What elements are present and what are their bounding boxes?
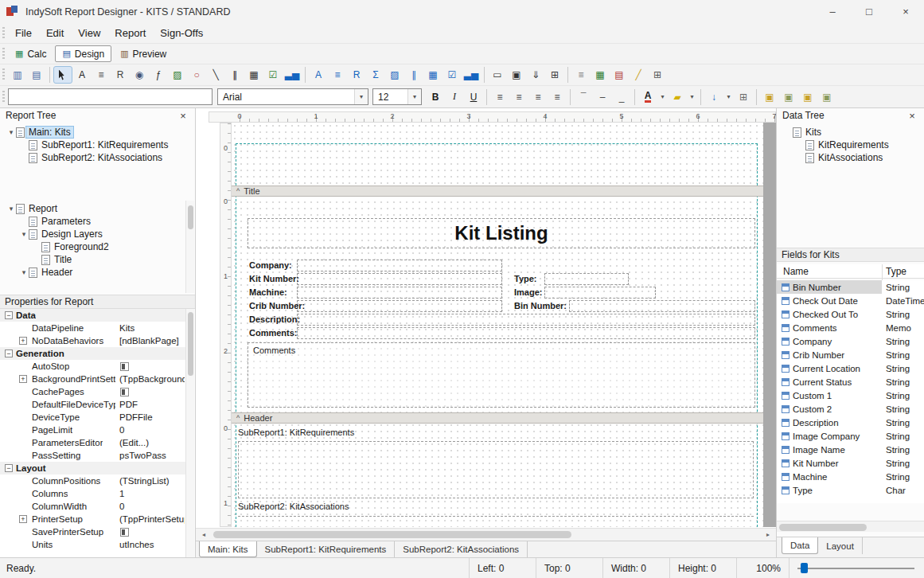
table-icon[interactable]: ▦	[591, 66, 610, 84]
highlight-color-dropdown[interactable]: ▾	[687, 88, 697, 106]
region-tool-icon[interactable]: ▭	[488, 66, 507, 84]
expand-icon[interactable]: +	[19, 337, 27, 345]
property-row[interactable]: − Layout	[0, 462, 186, 475]
line-tool-icon[interactable]: ╲	[206, 66, 225, 84]
subreport2-label[interactable]: SubReport2: KitAssociations	[238, 502, 349, 511]
dbimage-tool-icon[interactable]: ▨	[385, 66, 404, 84]
checkbox[interactable]	[120, 388, 129, 396]
italic-button[interactable]: I	[445, 88, 464, 106]
field-label[interactable]: Bin Number:	[514, 301, 567, 310]
design-mode-button[interactable]: ▤ Design	[55, 45, 111, 62]
header-band-strip[interactable]: ^ Header	[232, 412, 763, 424]
band-collapse-icon[interactable]: ^	[236, 414, 240, 422]
tree-item[interactable]: ▾ Header	[2, 266, 186, 279]
Custom 1[interactable]: Custom 1 String	[777, 389, 924, 402]
property-row[interactable]: + BackgroundPrintSetting (TppBackgroundP	[0, 373, 186, 385]
property-row[interactable]: DefaultFileDeviceType PDF	[0, 398, 186, 411]
font-family-select[interactable]: Arial ▾	[217, 88, 368, 105]
report-tab[interactable]: Main: Kits	[199, 541, 257, 557]
menu-item[interactable]: Report	[107, 25, 153, 41]
title-band-strip[interactable]: ^ Title	[232, 186, 763, 197]
expand-icon[interactable]: +	[19, 515, 27, 523]
layers-icon[interactable]: ≡	[571, 66, 591, 84]
property-row[interactable]: CachePages	[0, 385, 186, 398]
dbchart-tool-icon[interactable]: ▃▅	[462, 66, 481, 84]
property-value[interactable]: psTwoPass	[119, 451, 185, 460]
property-value[interactable]: Kits	[119, 323, 185, 333]
menu-item[interactable]: Sign-Offs	[153, 25, 210, 41]
tree-item[interactable]: KitRequirements	[778, 139, 918, 151]
data-placeholder-box[interactable]	[297, 273, 502, 285]
border-grid-icon[interactable]: ⊞	[734, 88, 753, 106]
property-row[interactable]: ColumnPositions (TStringList)	[0, 475, 186, 487]
data-placeholder-box[interactable]	[569, 300, 755, 312]
field-label[interactable]: Description:	[249, 314, 300, 324]
Kit Number[interactable]: Kit Number String	[777, 456, 924, 470]
chevron-icon[interactable]: ▾	[6, 128, 16, 136]
property-row[interactable]: ParametersEditor (Edit...)	[0, 436, 186, 449]
field-label[interactable]: Company:	[249, 260, 292, 270]
scrollbar-thumb[interactable]	[188, 312, 193, 376]
property-value[interactable]: PDFFile	[119, 412, 185, 422]
dbcalc-tool-icon[interactable]: Σ	[366, 66, 385, 84]
report-title-label[interactable]: Kit Listing	[248, 218, 755, 248]
expand-icon[interactable]: −	[5, 311, 13, 319]
highlight-color-button[interactable]: ▰	[668, 88, 687, 106]
expand-icon[interactable]: +	[19, 375, 27, 383]
report-page[interactable]: ^ Title Kit Listing Company: Kit Number:	[232, 123, 763, 527]
property-row[interactable]: AutoStop	[0, 360, 186, 373]
chart-tool-icon[interactable]: ▃▅	[283, 66, 302, 84]
memo-tool-icon[interactable]: ≡	[92, 66, 111, 84]
Description[interactable]: Description String	[777, 416, 924, 429]
horizontal-scrollbar[interactable]	[777, 521, 924, 532]
scroll-left-icon[interactable]: ◂	[197, 529, 210, 541]
Company[interactable]: Company String	[777, 334, 924, 348]
data-placeholder-box[interactable]	[297, 300, 502, 312]
property-row[interactable]: SavePrinterSetup	[0, 525, 186, 538]
property-row[interactable]: DeviceType PDFFile	[0, 411, 186, 424]
property-row[interactable]: ColumnWidth 0	[0, 500, 186, 513]
comments-memo-box[interactable]: Comments	[248, 342, 755, 408]
Machine[interactable]: Machine String	[777, 470, 924, 483]
db2dbarcode-tool-icon[interactable]: ▦	[423, 66, 443, 84]
checkbox-tool-icon[interactable]: ☑	[263, 66, 283, 84]
property-row[interactable]: + NoDataBehaviors [ndBlankPage]	[0, 334, 186, 347]
data-placeholder-box[interactable]	[297, 287, 502, 299]
expand-icon[interactable]: −	[5, 464, 13, 472]
underline-button[interactable]: U	[464, 88, 483, 106]
preview-mode-button[interactable]: ▥ Preview	[113, 45, 173, 62]
property-value[interactable]: (Edit...)	[119, 438, 185, 447]
pagebreak-tool-icon[interactable]: ⇓	[526, 66, 545, 84]
Checked Out To[interactable]: Checked Out To String	[777, 307, 924, 321]
property-row[interactable]: − Data	[0, 309, 186, 322]
tree-item[interactable]: Title	[2, 253, 186, 266]
subreport2-region[interactable]	[238, 516, 754, 517]
tree-item[interactable]: SubReport1: KitRequirements	[2, 139, 186, 151]
tree-item[interactable]: ▾ Report	[2, 202, 186, 215]
scroll-right-icon[interactable]: ▸	[762, 529, 774, 541]
font-size-select[interactable]: 12 ▾	[372, 88, 422, 105]
property-value[interactable]: 0	[119, 425, 185, 435]
Bin Number[interactable]: Bin Number String	[777, 280, 924, 294]
dbtext-tool-icon[interactable]: A	[309, 66, 328, 84]
property-value[interactable]: PDF	[119, 400, 185, 409]
tree-item[interactable]: KitAssociations	[778, 151, 918, 164]
property-value[interactable]: 0	[119, 502, 185, 511]
align-right-icon[interactable]: ≡	[528, 88, 548, 106]
menu-item[interactable]: Edit	[39, 25, 71, 41]
checkbox[interactable]	[120, 528, 129, 537]
richtext-tool-icon[interactable]: R	[111, 66, 130, 84]
property-row[interactable]: PageLimit 0	[0, 424, 186, 436]
data-placeholder-box[interactable]	[297, 314, 755, 326]
Image Name[interactable]: Image Name String	[777, 443, 924, 456]
tree-item[interactable]: ▾ Design Layers	[2, 228, 186, 240]
property-value[interactable]: (TppBackgroundP	[119, 374, 185, 384]
Crib Number[interactable]: Crib Number String	[777, 348, 924, 361]
slider-thumb[interactable]	[801, 563, 808, 573]
field-label[interactable]: Image:	[514, 287, 542, 297]
scrollbar[interactable]	[185, 201, 194, 293]
wand-icon[interactable]: ╱	[629, 66, 648, 84]
dbmemo-tool-icon[interactable]: ≡	[328, 66, 347, 84]
dbbarcode-tool-icon[interactable]: ∥	[404, 66, 423, 84]
close-icon[interactable]: ×	[177, 110, 189, 122]
